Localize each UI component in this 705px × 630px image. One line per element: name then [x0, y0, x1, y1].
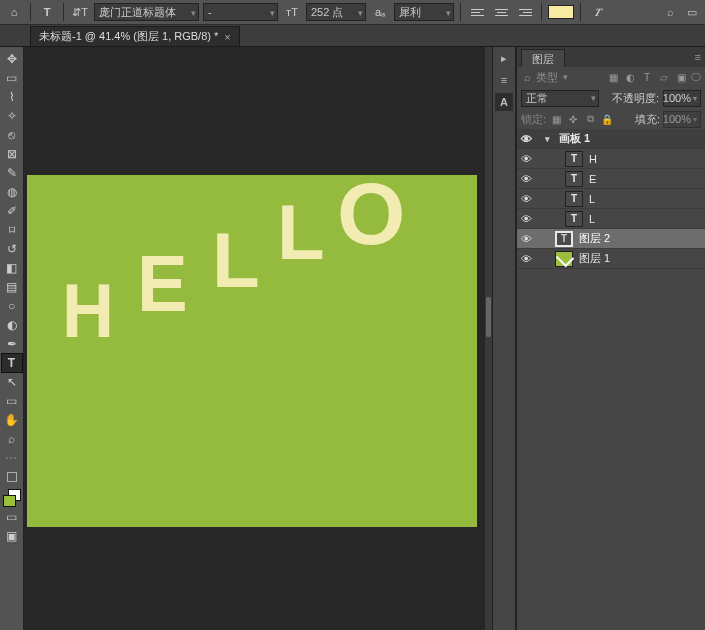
antialias-icon: aₐ: [370, 3, 390, 21]
type-thumb-icon: T: [565, 191, 583, 207]
filter-smart-icon[interactable]: ▣: [674, 70, 688, 84]
visibility-icon[interactable]: 👁: [517, 193, 535, 205]
letter-e: E: [137, 238, 188, 329]
visibility-icon[interactable]: 👁: [517, 213, 535, 225]
artboard-row[interactable]: 👁 ▾ 画板 1: [517, 129, 705, 149]
hand-tool[interactable]: ✋: [2, 411, 22, 429]
healing-tool[interactable]: ◍: [2, 183, 22, 201]
visibility-icon[interactable]: 👁: [517, 233, 535, 245]
history-brush-tool[interactable]: ↺: [2, 240, 22, 258]
paragraph-panel-icon[interactable]: ≡: [495, 71, 513, 89]
layer-row-layer2[interactable]: 👁 T 图层 2: [517, 229, 705, 249]
visibility-icon[interactable]: 👁: [517, 173, 535, 185]
blend-mode-select[interactable]: 正常 ▾: [521, 90, 599, 107]
text-color-swatch[interactable]: [548, 5, 574, 19]
lock-position-icon[interactable]: ✜: [566, 112, 580, 126]
lock-row: 锁定: ▦ ✜ ⧉ 🔒 填充: 100%▾: [517, 109, 705, 129]
frame-tool[interactable]: ⊠: [2, 145, 22, 163]
move-tool[interactable]: ✥: [2, 50, 22, 68]
filter-adjust-icon[interactable]: ◐: [623, 70, 637, 84]
filter-shape-icon[interactable]: ▱: [657, 70, 671, 84]
image-thumb-icon: [555, 251, 573, 267]
eraser-tool[interactable]: ◧: [2, 259, 22, 277]
warp-text-icon[interactable]: 𝑻: [587, 3, 607, 21]
visibility-icon[interactable]: 👁: [517, 153, 535, 165]
blend-row: 正常 ▾ 不透明度: 100%▾: [517, 87, 705, 109]
visibility-icon[interactable]: 👁: [517, 253, 535, 265]
scrollbar-thumb[interactable]: [486, 297, 491, 337]
foreground-color[interactable]: [3, 495, 16, 507]
layer-name: 图层 1: [579, 251, 610, 266]
more-tools[interactable]: ⋯: [2, 449, 22, 467]
brush-tool[interactable]: ✐: [2, 202, 22, 220]
lock-all-icon[interactable]: 🔒: [600, 112, 614, 126]
lasso-tool[interactable]: ⌇: [2, 88, 22, 106]
type-thumb-icon: T: [565, 171, 583, 187]
blur-tool[interactable]: ○: [2, 297, 22, 315]
filter-pixel-icon[interactable]: ▦: [606, 70, 620, 84]
layer-name: L: [589, 213, 595, 225]
marquee-tool[interactable]: ▭: [2, 69, 22, 87]
layers-tab[interactable]: 图层: [521, 49, 565, 67]
filter-type-icon[interactable]: T: [640, 70, 654, 84]
layer-row-h[interactable]: 👁 T H: [517, 149, 705, 169]
document-tab[interactable]: 未标题-1 @ 41.4% (图层 1, RGB/8) * ×: [30, 26, 240, 46]
font-size-value: 252 点: [311, 5, 343, 20]
opacity-input[interactable]: 100%▾: [663, 90, 701, 107]
panel-toggle-icon[interactable]: ▭: [683, 3, 701, 21]
type-tool[interactable]: T: [2, 354, 22, 372]
stamp-tool[interactable]: ⌑: [2, 221, 22, 239]
lock-artboard-icon[interactable]: ⧉: [583, 112, 597, 126]
artboard[interactable]: H E L L O: [27, 175, 477, 527]
font-family-select[interactable]: 庞门正道标题体 ▾: [94, 3, 199, 21]
shape-tool[interactable]: ▭: [2, 392, 22, 410]
layer-row-e[interactable]: 👁 T E: [517, 169, 705, 189]
search-icon[interactable]: ⌕: [661, 3, 679, 21]
character-panel-icon[interactable]: A: [495, 93, 513, 111]
dodge-tool[interactable]: ◐: [2, 316, 22, 334]
filter-label: 类型: [536, 70, 558, 85]
close-icon[interactable]: ×: [224, 31, 230, 43]
visibility-icon[interactable]: 👁: [517, 133, 535, 145]
layer-filter-row: ⌕ 类型 ▾ ▦ ◐ T ▱ ▣: [517, 67, 705, 87]
gradient-tool[interactable]: ▤: [2, 278, 22, 296]
filter-toggle[interactable]: [691, 73, 701, 81]
layer-row-l1[interactable]: 👁 T L: [517, 189, 705, 209]
eyedropper-tool[interactable]: ✎: [2, 164, 22, 182]
align-right-button[interactable]: [515, 3, 535, 21]
font-style-select[interactable]: - ▾: [203, 3, 278, 21]
antialias-select[interactable]: 犀利 ▾: [394, 3, 454, 21]
vertical-scrollbar[interactable]: [485, 47, 492, 630]
home-icon[interactable]: ⌂: [4, 3, 24, 21]
canvas-area[interactable]: H E L L O: [24, 47, 492, 630]
layer-row-l2[interactable]: 👁 T L: [517, 209, 705, 229]
search-icon[interactable]: ⌕: [521, 71, 533, 83]
disclosure-icon[interactable]: ▾: [541, 134, 553, 144]
collapsed-panel-strip: ▸ ≡ A: [492, 47, 516, 630]
fill-input[interactable]: 100%▾: [663, 111, 701, 128]
path-select-tool[interactable]: ↖: [2, 373, 22, 391]
tool-palette: ✥ ▭ ⌇ ✧ ⎋ ⊠ ✎ ◍ ✐ ⌑ ↺ ◧ ▤ ○ ◐ ✒ T ↖ ▭ ✋ …: [0, 47, 24, 630]
blend-mode-value: 正常: [526, 91, 548, 106]
lock-label: 锁定:: [521, 112, 546, 127]
panel-menu-icon[interactable]: ≡: [695, 51, 701, 63]
opacity-value: 100%: [663, 92, 691, 104]
fill-value: 100%: [663, 113, 691, 125]
foreground-background-swatch[interactable]: [3, 489, 21, 507]
align-left-button[interactable]: [467, 3, 487, 21]
quick-mask-icon[interactable]: ▭: [2, 508, 22, 526]
lock-pixels-icon[interactable]: ▦: [549, 112, 563, 126]
swap-colors-icon[interactable]: [2, 468, 22, 486]
screen-mode-icon[interactable]: ▣: [2, 527, 22, 545]
layer-row-layer1[interactable]: 👁 图层 1: [517, 249, 705, 269]
magic-wand-tool[interactable]: ✧: [2, 107, 22, 125]
zoom-tool[interactable]: ⌕: [2, 430, 22, 448]
type-tool-icon[interactable]: T: [37, 3, 57, 21]
font-size-select[interactable]: 252 点 ▾: [306, 3, 366, 21]
letter-l2: L: [277, 187, 325, 278]
pen-tool[interactable]: ✒: [2, 335, 22, 353]
crop-tool[interactable]: ⎋: [2, 126, 22, 144]
text-orientation-icon[interactable]: ⇵T: [70, 3, 90, 21]
align-center-button[interactable]: [491, 3, 511, 21]
expand-strip-icon[interactable]: ▸: [495, 49, 513, 67]
